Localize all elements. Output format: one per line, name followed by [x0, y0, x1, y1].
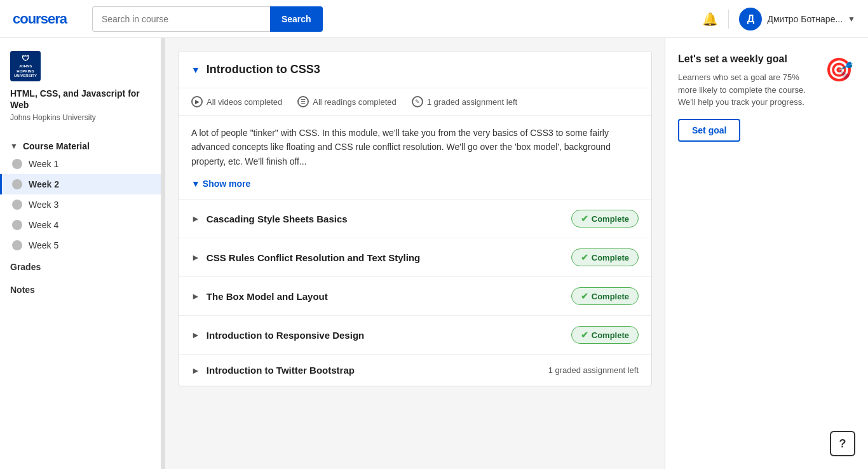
show-more-button[interactable]: ▼ Show more	[179, 179, 263, 199]
sidebar-item-week2[interactable]: Week 2	[0, 174, 165, 194]
search-bar: Search	[92, 6, 346, 32]
week3-circle	[12, 200, 22, 210]
lesson-title-3: The Box Model and Layout	[207, 291, 571, 302]
course-institution: Johns Hopkins University	[0, 113, 165, 132]
sidebar-item-week4[interactable]: Week 4	[0, 215, 165, 235]
complete-badge-1: ✔ Complete	[571, 210, 639, 228]
search-input[interactable]	[92, 6, 270, 32]
goal-heading: Let's set a weekly goal	[678, 53, 813, 65]
week3-label: Week 3	[29, 200, 58, 210]
target-icon: 🎯	[822, 53, 855, 86]
sidebar-item-notes[interactable]: Notes	[0, 278, 165, 301]
logo-area: coursera	[13, 11, 67, 27]
search-button[interactable]: Search	[270, 6, 323, 32]
check-icon-4: ✔	[581, 330, 588, 340]
module-toggle-icon: ▼	[191, 65, 200, 75]
goal-text-block: Let's set a weekly goal Learners who set…	[678, 53, 813, 142]
video-icon: ▶	[191, 96, 203, 107]
topnav-right: 🔔 Д Дмитро Ботнаре... ▼	[702, 8, 855, 31]
week5-circle	[12, 240, 22, 250]
readings-icon: ☰	[297, 96, 309, 107]
lesson-toggle-icon-5: ►	[191, 365, 200, 376]
user-menu[interactable]: Д Дмитро Ботнаре... ▼	[739, 8, 855, 31]
sidebar-item-grades[interactable]: Grades	[0, 255, 165, 278]
lesson-toggle-icon-4: ►	[191, 330, 200, 340]
course-material-header[interactable]: ▼ Course Material	[10, 139, 154, 154]
sidebar-item-week1[interactable]: Week 1	[0, 154, 165, 174]
week4-circle	[12, 220, 22, 230]
avatar: Д	[739, 8, 762, 31]
assignment-left-label: 1 graded assignment left	[548, 365, 639, 375]
week2-circle	[12, 179, 22, 189]
videos-label: All videos completed	[207, 97, 282, 107]
main-content: ▼ Introduction to CSS3 ▶ All videos comp…	[165, 38, 665, 469]
topnav: coursera Search 🔔 Д Дмитро Ботнаре... ▼	[0, 0, 868, 38]
sidebar-item-week5[interactable]: Week 5	[0, 235, 165, 255]
lesson-item-4[interactable]: ► Introduction to Responsive Design ✔ Co…	[179, 315, 651, 354]
check-icon-2: ✔	[581, 252, 588, 262]
section-chevron-icon: ▼	[10, 142, 18, 151]
week1-circle	[12, 159, 22, 169]
complete-label-2: Complete	[592, 253, 629, 262]
complete-label-3: Complete	[592, 292, 629, 301]
lesson-toggle-icon-3: ►	[191, 291, 200, 301]
chevron-down-icon: ▼	[848, 15, 855, 24]
check-icon-1: ✔	[581, 214, 588, 224]
coursera-logo[interactable]: coursera	[13, 11, 67, 27]
check-icon-3: ✔	[581, 291, 588, 301]
readings-label: All readings completed	[313, 97, 397, 107]
complete-label-1: Complete	[592, 214, 629, 224]
set-goal-button[interactable]: Set goal	[678, 119, 740, 142]
help-button[interactable]: ?	[830, 431, 855, 456]
lesson-title-2: CSS Rules Conflict Resolution and Text S…	[207, 252, 571, 263]
sidebar: 🛡 JOHNSHOPKINSUNIVERSITY HTML, CSS, and …	[0, 38, 165, 469]
week5-label: Week 5	[29, 240, 58, 250]
course-material-section: ▼ Course Material	[0, 132, 165, 154]
goal-area: Let's set a weekly goal Learners who set…	[678, 53, 855, 142]
lesson-item-5[interactable]: ► Introduction to Twitter Bootstrap 1 gr…	[179, 354, 651, 386]
show-more-label: Show more	[203, 179, 250, 189]
jhu-shield-icon: 🛡	[22, 54, 29, 63]
module-description: A lot of people "tinker" with CSS. In th…	[179, 116, 651, 179]
chevron-down-icon: ▼	[191, 179, 200, 189]
sidebar-item-week3[interactable]: Week 3	[0, 194, 165, 215]
jhu-logo: 🛡 JOHNSHOPKINSUNIVERSITY	[10, 51, 41, 81]
username-label: Дмитро Ботнаре...	[767, 14, 843, 24]
stat-assignments: ✎ 1 graded assignment left	[412, 96, 517, 107]
course-title: HTML, CSS, and Javascript for Web	[0, 88, 165, 113]
main-layout: 🛡 JOHNSHOPKINSUNIVERSITY HTML, CSS, and …	[0, 38, 868, 469]
assignments-label: 1 graded assignment left	[427, 97, 517, 107]
module-header[interactable]: ▼ Introduction to CSS3	[179, 51, 651, 88]
course-material-label: Course Material	[23, 141, 90, 151]
assignment-icon: ✎	[412, 96, 423, 107]
right-panel: Let's set a weekly goal Learners who set…	[665, 38, 868, 469]
week4-label: Week 4	[29, 220, 58, 230]
complete-badge-3: ✔ Complete	[571, 287, 639, 305]
module-title: Introduction to CSS3	[207, 63, 320, 76]
nav-divider	[728, 10, 729, 29]
module-stats: ▶ All videos completed ☰ All readings co…	[179, 88, 651, 116]
lesson-toggle-icon-1: ►	[191, 214, 200, 224]
module-card: ▼ Introduction to CSS3 ▶ All videos comp…	[178, 51, 652, 386]
lesson-title-5: Introduction to Twitter Bootstrap	[207, 365, 548, 376]
bell-icon[interactable]: 🔔	[702, 11, 718, 27]
lesson-title-1: Cascading Style Sheets Basics	[207, 214, 571, 224]
lesson-toggle-icon-2: ►	[191, 252, 200, 262]
stat-readings: ☰ All readings completed	[297, 96, 397, 107]
lesson-title-4: Introduction to Responsive Design	[207, 330, 571, 341]
lesson-item-3[interactable]: ► The Box Model and Layout ✔ Complete	[179, 276, 651, 315]
complete-badge-4: ✔ Complete	[571, 326, 639, 344]
lesson-item-2[interactable]: ► CSS Rules Conflict Resolution and Text…	[179, 238, 651, 276]
stat-videos: ▶ All videos completed	[191, 96, 282, 107]
week2-label: Week 2	[29, 179, 59, 189]
scrollbar[interactable]	[161, 38, 165, 469]
goal-description: Learners who set a goal are 75% more lik…	[678, 71, 813, 109]
university-logo-area: 🛡 JOHNSHOPKINSUNIVERSITY	[0, 38, 165, 88]
jhu-name-label: JOHNSHOPKINSUNIVERSITY	[14, 64, 37, 78]
lesson-item-1[interactable]: ► Cascading Style Sheets Basics ✔ Comple…	[179, 199, 651, 238]
week1-label: Week 1	[29, 159, 58, 169]
complete-label-4: Complete	[592, 330, 629, 340]
complete-badge-2: ✔ Complete	[571, 248, 639, 266]
